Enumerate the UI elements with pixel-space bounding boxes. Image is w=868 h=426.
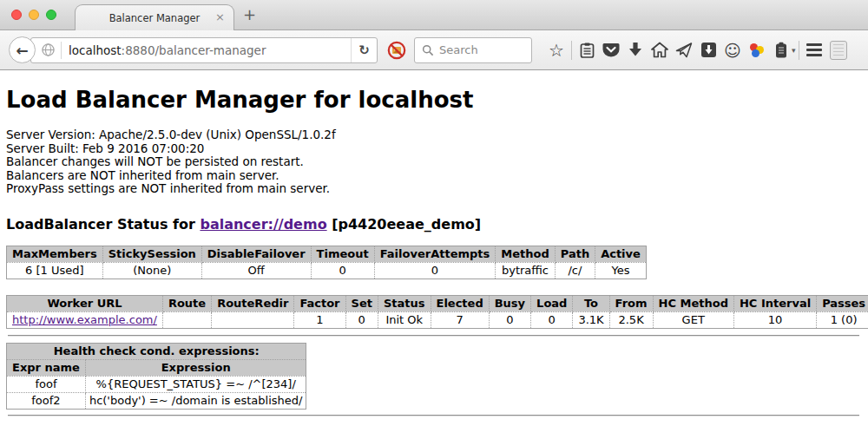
share-button[interactable] <box>672 38 696 62</box>
status-heading-suffix: [p4420eeae_demo] <box>327 216 482 233</box>
column-header: Expression <box>85 359 306 376</box>
window-close-button[interactable] <box>11 10 22 20</box>
url-bar[interactable]: localhost:8880/balancer-manager ↻ <box>30 37 378 63</box>
hc-interval-cell: 10 <box>733 311 816 328</box>
table-title-row: Health check cond. expressions: <box>7 343 306 359</box>
table-header-row: MaxMembers StickySession DisableFailover… <box>7 246 647 262</box>
window-controls <box>11 10 56 20</box>
clipboard-icon <box>579 42 595 59</box>
server-version-line: Server Version: Apache/2.5.0-dev (Unix) … <box>6 128 861 142</box>
save-to-device-button[interactable] <box>696 38 720 62</box>
persist-notice-line: Balancer changes will NOT be persisted o… <box>6 155 861 169</box>
expr-name-cell: foof <box>7 376 86 392</box>
column-header: Status <box>378 295 431 311</box>
column-header: Elected <box>431 295 489 311</box>
worker-url-cell: http://www.example.com/ <box>7 311 163 328</box>
back-arrow-icon: ← <box>16 42 28 59</box>
worker-row: http://www.example.com/ 1 0 Init Ok 7 0 … <box>7 311 868 328</box>
navigation-toolbar: ← localhost:8880/balancer-manager ↻ Sear… <box>0 30 868 70</box>
color-dots-icon <box>748 42 766 59</box>
urlbar-divider <box>61 42 62 59</box>
proxypass-notice-line: ProxyPass settings are NOT inherited fro… <box>6 182 861 196</box>
menu-button[interactable] <box>802 38 826 62</box>
url-input[interactable]: localhost:8880/balancer-manager <box>69 43 351 57</box>
url-host: localhost <box>69 43 122 57</box>
column-header: From <box>609 295 653 311</box>
column-header: Route <box>162 295 211 311</box>
pocket-button[interactable] <box>599 38 623 62</box>
maxmembers-cell: 6 [1 Used] <box>7 262 103 279</box>
url-path: :8880/balancer-manager <box>122 43 266 57</box>
hamburger-icon <box>806 43 822 56</box>
column-header: Path <box>555 246 595 262</box>
search-bar[interactable]: Search <box>414 37 532 63</box>
tab-close-icon[interactable]: × <box>215 10 225 24</box>
color-picker-button[interactable] <box>745 38 769 62</box>
column-header: To <box>573 295 609 311</box>
browser-tab[interactable]: Balancer Manager × <box>75 4 234 30</box>
health-check-table: Health check cond. expressions: Expr nam… <box>6 343 306 410</box>
window-titlebar: Balancer Manager × + <box>0 0 868 30</box>
expression-cell: hc('body') =~ /domain is established/ <box>85 392 306 409</box>
expression-cell: %{REQUEST_STATUS} =~ /^[234]/ <box>85 376 306 392</box>
chevron-down-icon[interactable]: ▾ <box>792 46 796 55</box>
table-header-row: Worker URL Route RouteRedir Factor Set S… <box>7 295 868 311</box>
column-header: Active <box>595 246 647 262</box>
column-header: RouteRedir <box>212 295 294 311</box>
from-cell: 2.5K <box>609 311 653 328</box>
column-header: Passes <box>817 295 868 311</box>
busy-cell: 0 <box>489 311 530 328</box>
reload-icon: ↻ <box>358 43 370 58</box>
new-tab-button[interactable]: + <box>243 6 256 23</box>
page-title: Load Balancer Manager for localhost <box>6 87 861 113</box>
window-minimize-button[interactable] <box>29 10 39 20</box>
toolbar-icon-row: ☆ ☺ ▾ <box>544 38 851 62</box>
column-header: HC Interval <box>733 295 816 311</box>
bookmark-star-button[interactable]: ☆ <box>544 38 569 62</box>
column-header: MaxMembers <box>7 246 103 262</box>
home-button[interactable] <box>648 38 672 62</box>
search-placeholder: Search <box>439 43 478 56</box>
column-header: Set <box>345 295 378 311</box>
balancer-demo-link[interactable]: balancer://demo <box>200 216 326 233</box>
feedback-button[interactable]: ☺ <box>720 38 745 62</box>
to-cell: 3.1K <box>573 311 609 328</box>
toolbar-separator <box>799 41 799 60</box>
method-cell: bytraffic <box>496 262 555 279</box>
downloads-button[interactable] <box>623 38 648 62</box>
image-blocked-icon <box>387 41 406 60</box>
column-header: Factor <box>294 295 345 311</box>
bottom-divider <box>8 415 859 416</box>
globe-icon <box>42 43 55 56</box>
route-cell <box>162 311 211 328</box>
toolbar-separator <box>571 41 572 60</box>
search-icon <box>422 44 434 56</box>
back-button[interactable]: ← <box>9 36 36 63</box>
reading-list-button[interactable] <box>575 38 599 62</box>
window-zoom-button[interactable] <box>46 10 56 20</box>
column-header: HC Method <box>653 295 733 311</box>
server-built-line: Server Built: Feb 9 2016 07:00:20 <box>6 142 861 156</box>
disablefailover-cell: Off <box>201 262 311 279</box>
factor-cell: 1 <box>294 311 345 328</box>
images-blocked-button[interactable] <box>387 41 406 60</box>
column-header: FailoverAttempts <box>374 246 496 262</box>
table-header-row: Expr name Expression <box>7 359 306 376</box>
status-heading-prefix: LoadBalancer Status for <box>6 216 200 233</box>
table-row: 6 [1 Used] (None) Off 0 0 bytraffic /c/ … <box>7 262 647 279</box>
table-row: foof2 hc('body') =~ /domain is establish… <box>7 392 306 409</box>
smiley-icon: ☺ <box>724 41 741 60</box>
reload-button[interactable]: ↻ <box>351 38 377 62</box>
paper-plane-icon <box>675 43 693 58</box>
column-header: StickySession <box>102 246 201 262</box>
tiles-button[interactable] <box>826 38 851 62</box>
path-cell: /c/ <box>555 262 595 279</box>
routeredir-cell <box>212 311 294 328</box>
health-table-title: Health check cond. expressions: <box>7 343 306 359</box>
container-button[interactable] <box>769 38 793 62</box>
server-info: Server Version: Apache/2.5.0-dev (Unix) … <box>6 128 861 196</box>
timeout-cell: 0 <box>311 262 374 279</box>
column-header: Method <box>496 246 555 262</box>
column-header: Expr name <box>7 359 86 376</box>
worker-url-link[interactable]: http://www.example.com/ <box>12 313 157 326</box>
